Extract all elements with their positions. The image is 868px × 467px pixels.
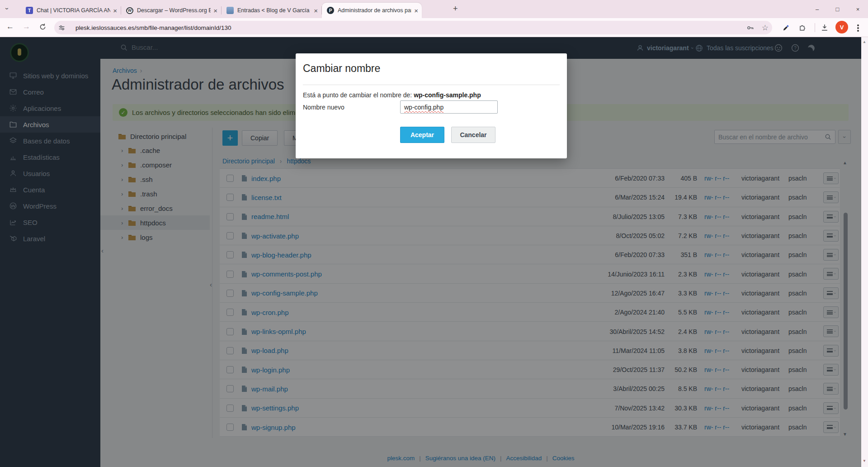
message-prefix: Está a punto de cambiar el nombre de: bbox=[303, 91, 414, 99]
tabs-container: TChat | VICTORIA GARCÍA ANTÓ×WDescargar … bbox=[21, 3, 422, 18]
url-bar[interactable]: plesk.ieslossauces.es/smb/file-manager/l… bbox=[54, 21, 772, 34]
download-icon[interactable] bbox=[820, 23, 829, 34]
new-name-label: Nombre nuevo bbox=[303, 104, 344, 111]
rename-dialog: Cambiar nombre Está a punto de cambiar e… bbox=[296, 53, 567, 158]
browser-tab[interactable]: Entradas < Blog de V García —× bbox=[222, 3, 321, 18]
accept-button[interactable]: Aceptar bbox=[400, 127, 444, 143]
tab-close-icon[interactable]: × bbox=[213, 7, 217, 14]
tab-title: Chat | VICTORIA GARCÍA ANTÓ bbox=[37, 7, 110, 14]
browser-toolbar: ← → plesk.ieslossauces.es/smb/file-manag… bbox=[0, 18, 868, 37]
reload-icon[interactable] bbox=[39, 23, 47, 33]
tab-title: Entradas < Blog de V García — bbox=[237, 7, 311, 14]
input-value: wp-config.php bbox=[404, 104, 443, 111]
cancel-button[interactable]: Cancelar bbox=[451, 127, 495, 143]
browser-tab[interactable]: TChat | VICTORIA GARCÍA ANTÓ× bbox=[21, 3, 121, 18]
tab-close-icon[interactable]: × bbox=[414, 7, 418, 14]
screen: › TChat | VICTORIA GARCÍA ANTÓ×WDescarga… bbox=[0, 0, 868, 467]
new-tab-button[interactable]: + bbox=[453, 4, 458, 14]
tab-close-icon[interactable]: × bbox=[314, 7, 318, 14]
wordpress-favicon: W bbox=[126, 7, 133, 14]
browser-tab[interactable]: WDescargar – WordPress.org Espa× bbox=[121, 3, 221, 18]
eyedropper-icon[interactable] bbox=[782, 23, 791, 33]
tab-title: Administrador de archivos para bbox=[338, 7, 411, 14]
new-name-input[interactable]: wp-config.php bbox=[400, 100, 498, 114]
dialog-divider bbox=[303, 85, 560, 85]
browser-menu-icon[interactable] bbox=[857, 27, 859, 29]
extensions-puzzle-icon[interactable] bbox=[798, 23, 807, 33]
minimize-icon[interactable]: – bbox=[807, 0, 827, 18]
toolbar-divider bbox=[815, 23, 815, 32]
dialog-title: Cambiar nombre bbox=[303, 62, 380, 75]
password-key-icon[interactable] bbox=[746, 24, 755, 32]
site-settings-icon[interactable] bbox=[58, 24, 66, 32]
maximize-icon[interactable]: □ bbox=[827, 0, 848, 18]
plesk-favicon: P bbox=[327, 7, 334, 14]
scrollbar-down-icon[interactable]: ▼ bbox=[863, 459, 866, 463]
teams-favicon: T bbox=[26, 7, 33, 14]
tab-search-icon[interactable]: › bbox=[4, 8, 11, 10]
forward-icon[interactable]: → bbox=[23, 22, 30, 31]
browser-scrollbar[interactable]: ▲ ▼ bbox=[861, 37, 868, 467]
window-controls: – □ × bbox=[807, 0, 868, 18]
dialog-message: Está a punto de cambiar el nombre de: wp… bbox=[303, 91, 481, 99]
bookmark-star-icon[interactable]: ☆ bbox=[762, 23, 769, 33]
close-icon[interactable]: × bbox=[848, 0, 868, 18]
url-text[interactable]: plesk.ieslossauces.es/smb/file-manager/l… bbox=[75, 24, 742, 31]
tab-title: Descargar – WordPress.org Espa bbox=[137, 7, 211, 14]
old-file-name: wp-config-sample.php bbox=[414, 91, 481, 99]
tab-close-icon[interactable]: × bbox=[113, 7, 117, 14]
profile-avatar[interactable]: V bbox=[835, 21, 848, 33]
browser-tab[interactable]: PAdministrador de archivos para× bbox=[322, 3, 422, 18]
browser-tabstrip: › TChat | VICTORIA GARCÍA ANTÓ×WDescarga… bbox=[0, 0, 868, 18]
blog-favicon bbox=[226, 7, 234, 14]
back-icon[interactable]: ← bbox=[6, 22, 14, 31]
scrollbar-up-icon[interactable]: ▲ bbox=[863, 40, 866, 44]
